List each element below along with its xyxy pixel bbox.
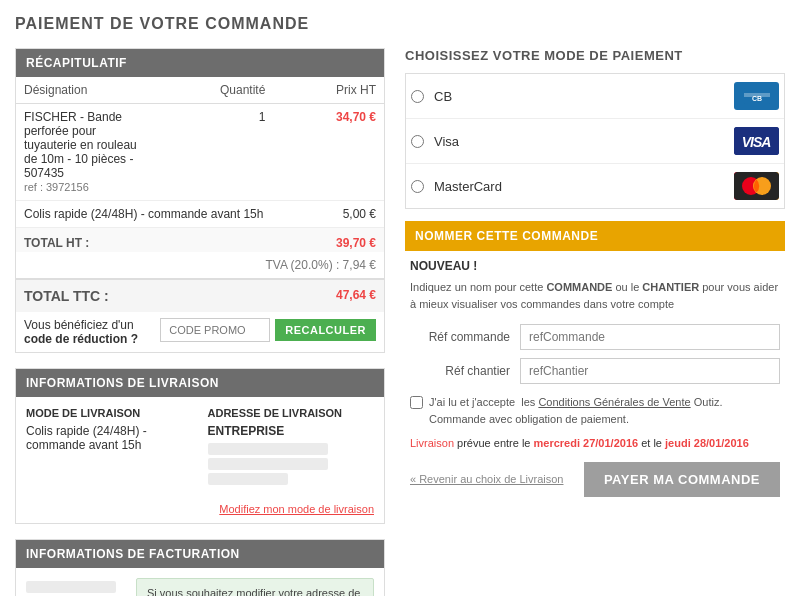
address-line-3	[208, 473, 288, 485]
facturation-notice-text: Si vous souhaitez modifier votre adresse…	[147, 587, 363, 596]
ref-commande-row: Réf commande	[410, 324, 780, 350]
recap-section: RÉCAPITULATIF Désignation Quantité Prix …	[15, 48, 385, 353]
total-ttc-label: TOTAL TTC :	[16, 279, 273, 312]
tva-note: TVA (20.0%) : 7,94 €	[16, 252, 384, 279]
visa-icon: VISA	[734, 127, 779, 155]
right-column: CHOISISSEZ VOTRE MODE DE PAIEMENT CB CB …	[405, 48, 785, 596]
item-name: FISCHER - Bande perforée pour tuyauterie…	[24, 110, 137, 180]
col-price: Prix HT	[273, 77, 384, 104]
livraison-mode-title: MODE DE LIVRAISON	[26, 407, 193, 419]
total-ht-row: TOTAL HT : 39,70 €	[16, 228, 384, 253]
item-ref: ref : 3972156	[24, 181, 89, 193]
cgv-row: J'ai lu et j'accepte les Conditions Géné…	[410, 394, 780, 427]
livraison-mode-value: Colis rapide (24/48H) - commande avant 1…	[26, 424, 193, 452]
shipping-label: Colis rapide (24/48H) - commande avant 1…	[16, 201, 273, 228]
ref-commande-label: Réf commande	[410, 330, 510, 344]
recap-table: Désignation Quantité Prix HT FISCHER - B…	[16, 77, 384, 352]
payment-label-visa: Visa	[434, 134, 734, 149]
ref-chantier-input[interactable]	[520, 358, 780, 384]
livraison-section: INFORMATIONS DE LIVRAISON MODE DE LIVRAI…	[15, 368, 385, 524]
livraison-prevue-text: prévue entre le	[457, 437, 533, 449]
address-line-1	[208, 443, 328, 455]
nommer-content: NOUVEAU ! Indiquez un nom pour cette COM…	[405, 251, 785, 505]
col-quantity: Quantité	[152, 77, 273, 104]
livraison-prevue: Livraison prévue entre le mercredi 27/01…	[410, 435, 780, 452]
cgv-checkbox[interactable]	[410, 396, 423, 409]
nommer-nouveau: NOUVEAU !	[410, 259, 780, 273]
total-ttc-row: TOTAL TTC : 47,64 €	[16, 279, 384, 312]
livraison-adresse-title: ADRESSE DE LIVRAISON	[208, 407, 375, 419]
cgv-link[interactable]: Conditions Générales de Vente	[538, 396, 690, 408]
promo-area: RECALCULER	[160, 318, 376, 342]
address-line-2	[208, 458, 328, 470]
promo-input[interactable]	[160, 318, 270, 342]
total-ttc-value: 47,64 €	[273, 279, 384, 312]
recap-header: RÉCAPITULATIF	[16, 49, 384, 77]
facturation-content: Si vous souhaitez modifier votre adresse…	[16, 568, 384, 596]
payment-radio-mastercard[interactable]	[411, 180, 424, 193]
shipping-price: 5,00 €	[273, 201, 384, 228]
cb-icon: CB	[734, 82, 779, 110]
payment-option-cb[interactable]: CB CB	[406, 74, 784, 119]
svg-text:CB: CB	[751, 95, 761, 102]
nommer-header: NOMMER CETTE COMMANDE	[405, 221, 785, 251]
col-designation: Désignation	[16, 77, 152, 104]
livraison-et: et le	[641, 437, 665, 449]
promo-text: Vous bénéficiez d'un code de réduction ?	[16, 312, 152, 352]
recalculate-button[interactable]: RECALCULER	[275, 319, 376, 341]
ref-chantier-label: Réf chantier	[410, 364, 510, 378]
item-price: 34,70 €	[273, 104, 384, 201]
livraison-content: MODE DE LIVRAISON Colis rapide (24/48H) …	[16, 397, 384, 498]
payment-options: CB CB Visa VISA	[405, 73, 785, 209]
cgv-text: J'ai lu et j'accepte les Conditions Géné…	[429, 394, 722, 427]
livraison-adresse-col: ADRESSE DE LIVRAISON ENTREPRISE	[208, 407, 375, 488]
item-qty: 1	[152, 104, 273, 201]
livraison-mode-col: MODE DE LIVRAISON Colis rapide (24/48H) …	[26, 407, 193, 488]
total-ht-label: TOTAL HT :	[16, 228, 273, 253]
livraison-address	[208, 443, 375, 485]
payment-label-cb: CB	[434, 89, 734, 104]
livraison-header: INFORMATIONS DE LIVRAISON	[16, 369, 384, 397]
livraison-adresse-type: ENTREPRISE	[208, 424, 375, 438]
table-row: FISCHER - Bande perforée pour tuyauterie…	[16, 104, 384, 201]
svg-text:VISA: VISA	[742, 134, 772, 150]
facturation-notice: Si vous souhaitez modifier votre adresse…	[136, 578, 374, 596]
facturation-section: INFORMATIONS DE FACTURATION Si vous souh…	[15, 539, 385, 596]
promo-row: Vous bénéficiez d'un code de réduction ?…	[16, 312, 384, 352]
payer-button[interactable]: PAYER MA COMMANDE	[584, 462, 780, 497]
tva-row: TVA (20.0%) : 7,94 €	[16, 252, 384, 279]
payment-header: CHOISISSEZ VOTRE MODE DE PAIEMENT	[405, 48, 785, 63]
nommer-desc: Indiquez un nom pour cette COMMANDE ou l…	[410, 279, 780, 312]
facturation-header: INFORMATIONS DE FACTURATION	[16, 540, 384, 568]
fact-address-line-1	[26, 581, 116, 593]
livraison-date2: jeudi 28/01/2016	[665, 437, 749, 449]
payment-option-visa[interactable]: Visa VISA	[406, 119, 784, 164]
page-title: PAIEMENT DE VOTRE COMMANDE	[15, 15, 785, 33]
mastercard-icon	[734, 172, 779, 200]
livraison-label: Livraison	[410, 437, 454, 449]
left-column: RÉCAPITULATIF Désignation Quantité Prix …	[15, 48, 385, 596]
payment-radio-visa[interactable]	[411, 135, 424, 148]
action-row: « Revenir au choix de Livraison PAYER MA…	[410, 462, 780, 497]
shipping-row: Colis rapide (24/48H) - commande avant 1…	[16, 201, 384, 228]
payment-option-mastercard[interactable]: MasterCard	[406, 164, 784, 208]
facturation-address	[26, 578, 126, 596]
modifier-livraison-link[interactable]: Modifiez mon mode de livraison	[26, 503, 374, 515]
livraison-date1: mercredi 27/01/2016	[534, 437, 639, 449]
payment-radio-cb[interactable]	[411, 90, 424, 103]
retour-link[interactable]: « Revenir au choix de Livraison	[410, 473, 563, 485]
ref-commande-input[interactable]	[520, 324, 780, 350]
ref-chantier-row: Réf chantier	[410, 358, 780, 384]
payment-label-mastercard: MasterCard	[434, 179, 734, 194]
total-ht-value: 39,70 €	[273, 228, 384, 253]
